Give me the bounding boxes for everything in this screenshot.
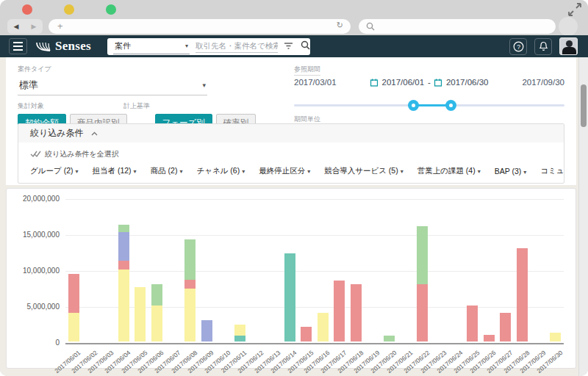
bar-segment-yellow[interactable]	[184, 289, 196, 341]
filter-dropdown[interactable]: 競合導入サービス (5)▾	[324, 166, 404, 176]
date-range-row: 2017/03/01 2017/06/01 - 2017/06/30 2017/…	[294, 78, 564, 90]
entity-select[interactable]: 案件 ▾	[113, 39, 190, 54]
filter-panel: 案件タイプ 標準 ▾ 集計対象 計上基準 契約金額商品内訳別 フェーズ別確率別 …	[6, 57, 576, 185]
app-navbar: Senses 案件 ▾ ?	[0, 35, 588, 57]
url-bar[interactable]: + ↻	[49, 19, 351, 34]
help-button[interactable]: ?	[509, 38, 527, 55]
minimize-window-icon[interactable]	[64, 4, 74, 15]
app-logo-text: Senses	[55, 39, 91, 54]
expand-icon[interactable]	[567, 3, 582, 16]
browser-search-bar[interactable]	[359, 19, 556, 34]
stacked-bar	[318, 313, 329, 341]
stacked-bar	[334, 281, 345, 341]
user-avatar[interactable]	[559, 37, 578, 55]
bar-segment-green[interactable]	[417, 226, 428, 283]
search-input[interactable]	[196, 40, 278, 53]
period-end-date[interactable]: 2017/06/30	[446, 78, 489, 87]
bar-segment-yellow[interactable]	[550, 333, 561, 341]
stacked-bar	[135, 287, 146, 341]
close-window-icon[interactable]	[22, 4, 32, 15]
chevron-down-icon: ▾	[307, 168, 310, 175]
bar-segment-green[interactable]	[384, 336, 395, 341]
stacked-bar-chart: 2017/06/012017/06/022017/06/032017/06/04…	[65, 199, 564, 343]
gridline	[65, 271, 564, 272]
bar-segment-yellow[interactable]	[151, 306, 162, 341]
filter-dropdown[interactable]: コミュニケーションツーツ (4)▾	[540, 166, 564, 176]
filter-dropdown-label: 最終停止区分	[259, 166, 305, 175]
stacked-bar	[184, 239, 196, 341]
filter-dropdown-label: 商品 (2)	[151, 166, 178, 175]
bar-segment-yellow[interactable]	[234, 325, 245, 336]
bar-segment-red[interactable]	[467, 306, 478, 341]
filter-dropdown[interactable]: 担当者 (12)▾	[93, 166, 137, 176]
slider-handle-end[interactable]	[445, 100, 456, 111]
slider-handle-start[interactable]	[408, 100, 419, 111]
bar-segment-red[interactable]	[334, 281, 345, 341]
bar-segment-red[interactable]	[417, 284, 428, 341]
chevron-up-icon	[91, 131, 98, 136]
y-axis-tick-label: 20,000,000	[7, 195, 60, 203]
stacked-bar	[550, 333, 561, 341]
bar-segment-red[interactable]	[500, 313, 511, 341]
shell-logo-icon	[35, 40, 52, 53]
bar-segment-teal[interactable]	[234, 336, 245, 341]
app-logo[interactable]: Senses	[35, 39, 91, 54]
filter-dropdown[interactable]: 最終停止区分▾	[259, 166, 310, 176]
back-icon[interactable]: ◀	[14, 23, 19, 30]
bar-segment-yellow[interactable]	[318, 313, 329, 341]
filter-dropdown[interactable]: BAP (3)▾	[495, 167, 527, 176]
refine-title: 絞り込み条件	[30, 127, 84, 140]
notifications-button[interactable]	[534, 38, 552, 55]
filter-dropdown-label: BAP (3)	[495, 167, 522, 176]
browser-profile-button[interactable]	[559, 17, 578, 36]
browser-toolbar: ◀ ▶ + ↻	[0, 19, 588, 34]
y-axis-tick-label: 5,000,000	[7, 303, 60, 311]
bar-segment-purple[interactable]	[118, 232, 129, 261]
bar-segment-yellow[interactable]	[135, 287, 146, 341]
bar-segment-yellow[interactable]	[68, 313, 79, 341]
zoom-window-icon[interactable]	[106, 4, 116, 15]
scrollbar-thumb[interactable]	[581, 84, 587, 127]
navbar-right: ?	[509, 37, 578, 55]
filter-dropdown[interactable]: 商品 (2)▾	[151, 166, 183, 176]
chart-card: 20,000,00015,000,00010,000,0005,000,0000…	[6, 188, 576, 369]
forward-icon[interactable]: ▶	[32, 23, 37, 30]
bar-segment-green[interactable]	[118, 225, 129, 232]
case-type-select[interactable]: 標準 ▾	[18, 77, 207, 95]
bar-segment-red[interactable]	[301, 327, 312, 341]
bar-segment-red[interactable]	[68, 274, 79, 313]
bar-segment-red[interactable]	[184, 280, 196, 289]
double-check-icon	[30, 151, 41, 158]
bar-segment-red[interactable]	[118, 261, 129, 270]
period-range: 2017/06/01 - 2017/06/30	[370, 78, 489, 87]
refine-header[interactable]: 絞り込み条件	[18, 124, 564, 142]
chevron-down-icon: ▾	[179, 168, 182, 175]
search-submit-icon[interactable]	[301, 40, 310, 53]
bar-segment-purple[interactable]	[201, 320, 212, 341]
new-tab-icon[interactable]: +	[57, 21, 63, 32]
bar-segment-teal[interactable]	[284, 253, 295, 341]
bar-segment-green[interactable]	[184, 239, 196, 280]
page-scrollbar[interactable]	[578, 57, 588, 376]
period-start-date[interactable]: 2017/06/01	[382, 78, 425, 87]
filter-icon[interactable]	[284, 40, 293, 53]
bar-segment-red[interactable]	[517, 248, 528, 341]
filter-dropdown[interactable]: チャネル (6)▾	[196, 166, 245, 176]
bar-segment-green[interactable]	[151, 284, 162, 306]
y-axis-tick-label: 10,000,000	[7, 267, 60, 275]
bar-segment-yellow[interactable]	[118, 270, 129, 341]
filter-dropdown[interactable]: 営業上の課題 (4)▾	[417, 166, 481, 176]
filter-dropdown[interactable]: グループ (2)▾	[30, 166, 79, 176]
stacked-bar	[151, 284, 162, 341]
select-all-filters[interactable]: 絞り込み条件を全選択	[30, 149, 564, 159]
stacked-bar	[201, 320, 212, 341]
chevron-down-icon: ▾	[478, 168, 481, 175]
case-type-value: 標準	[19, 79, 38, 92]
calendar-icon	[434, 79, 442, 87]
bar-segment-red[interactable]	[484, 335, 495, 341]
reload-icon[interactable]: ↻	[337, 21, 343, 30]
stacked-bar	[500, 313, 511, 341]
menu-icon[interactable]	[9, 38, 27, 54]
y-axis-tick-label: 15,000,000	[7, 231, 60, 239]
bar-segment-red[interactable]	[351, 284, 362, 341]
